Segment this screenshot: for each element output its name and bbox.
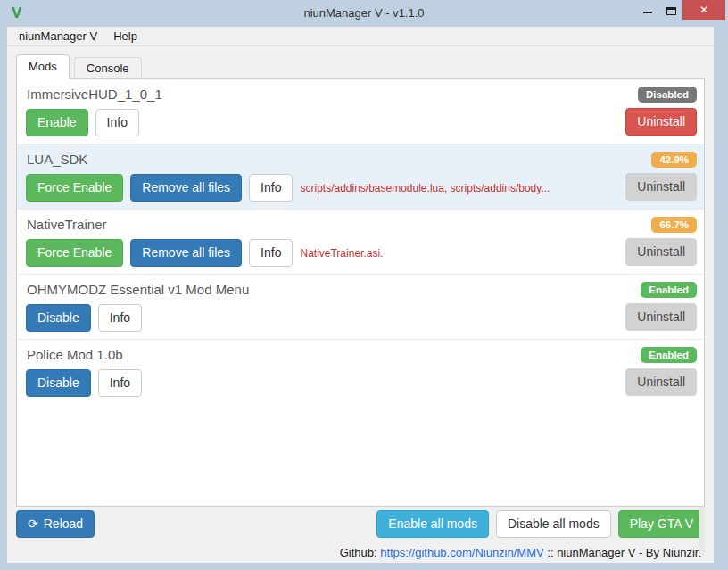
uninstall-button-disabled[interactable]: Uninstall bbox=[625, 303, 697, 331]
mod-name: Police Mod 1.0b bbox=[27, 347, 695, 362]
status-badge: Enabled bbox=[641, 347, 697, 363]
remove-all-files-button[interactable]: Remove all files bbox=[130, 239, 242, 267]
info-button[interactable]: Info bbox=[98, 304, 142, 332]
disable-button[interactable]: Disable bbox=[26, 369, 91, 397]
status-badge: Disabled bbox=[638, 87, 697, 103]
maximize-button[interactable] bbox=[659, 0, 682, 20]
info-button[interactable]: Info bbox=[95, 109, 139, 136]
minimize-button[interactable] bbox=[636, 0, 659, 20]
content: Mods Console ImmersiveHUD_1_0_1 Enable I… bbox=[7, 46, 714, 559]
status-badge: 42.9% bbox=[651, 152, 697, 168]
reload-label: Reload bbox=[44, 516, 83, 531]
uninstall-button[interactable]: Uninstall bbox=[625, 108, 697, 136]
status-badge: 66.7% bbox=[651, 217, 697, 233]
credits-text: :: niunManager V - By Niunzin bbox=[544, 546, 701, 559]
menubar: niunManager V Help bbox=[7, 27, 714, 46]
window-title: niunManager V - v1.1.0 bbox=[0, 6, 728, 20]
mod-name: NativeTrainer bbox=[27, 217, 695, 232]
uninstall-button-disabled[interactable]: Uninstall bbox=[625, 368, 697, 396]
info-button[interactable]: Info bbox=[249, 174, 293, 202]
conflicting-files-text: NativeTrainer.asi. bbox=[300, 247, 383, 260]
mod-row-immersivehud: ImmersiveHUD_1_0_1 Enable Info Disabled … bbox=[17, 79, 704, 145]
close-button[interactable]: ✕ bbox=[682, 0, 725, 20]
force-enable-button[interactable]: Force Enable bbox=[26, 174, 123, 202]
play-gta-v-button[interactable]: Play GTA V bbox=[618, 510, 705, 538]
mod-row-police-mod: Police Mod 1.0b Disable Info Enabled Uni… bbox=[17, 340, 704, 405]
maximize-icon bbox=[666, 7, 676, 15]
force-enable-button[interactable]: Force Enable bbox=[26, 239, 123, 267]
conflicting-files-text: scripts/addins/basemodule.lua, scripts/a… bbox=[300, 182, 550, 194]
window-controls: ✕ bbox=[636, 0, 725, 20]
enable-all-mods-button[interactable]: Enable all mods bbox=[376, 510, 489, 538]
mod-list-panel: ImmersiveHUD_1_0_1 Enable Info Disabled … bbox=[16, 78, 705, 507]
minimize-icon bbox=[643, 12, 652, 13]
disable-button[interactable]: Disable bbox=[26, 304, 91, 332]
menu-item-help[interactable]: Help bbox=[105, 28, 145, 45]
mod-name: OHMYMODZ Essential v1 Mod Menu bbox=[27, 282, 695, 297]
mod-name: LUA_SDK bbox=[27, 152, 695, 167]
mod-row-ohmymodz: OHMYMODZ Essential v1 Mod Menu Disable I… bbox=[17, 275, 704, 340]
status-line: Github: https://github.com/Niunzin/MMV :… bbox=[16, 546, 701, 559]
close-icon: ✕ bbox=[699, 4, 708, 16]
disable-all-mods-button[interactable]: Disable all mods bbox=[496, 510, 611, 538]
mod-name: ImmersiveHUD_1_0_1 bbox=[27, 87, 695, 102]
mod-row-lua-sdk: LUA_SDK Force Enable Remove all files In… bbox=[17, 145, 704, 210]
reload-button[interactable]: ⟳Reload bbox=[16, 510, 95, 538]
tab-bar: Mods Console bbox=[16, 54, 705, 78]
github-link[interactable]: https://github.com/Niunzin/MMV bbox=[380, 546, 544, 559]
status-badge: Enabled bbox=[641, 282, 697, 298]
github-prefix: Github: bbox=[340, 546, 381, 559]
tab-mods[interactable]: Mods bbox=[16, 54, 70, 79]
reload-icon: ⟳ bbox=[28, 516, 38, 533]
app-window: V niunManager V - v1.1.0 ✕ niunManager V… bbox=[0, 0, 728, 570]
tab-console[interactable]: Console bbox=[74, 57, 142, 78]
info-button[interactable]: Info bbox=[249, 239, 293, 267]
titlebar: V niunManager V - v1.1.0 ✕ bbox=[0, 0, 728, 27]
info-button[interactable]: Info bbox=[98, 369, 142, 397]
remove-all-files-button[interactable]: Remove all files bbox=[130, 174, 242, 202]
uninstall-button-disabled[interactable]: Uninstall bbox=[625, 173, 697, 201]
enable-button[interactable]: Enable bbox=[26, 109, 88, 136]
bottom-action-bar: ⟳Reload Enable all mods Disable all mods… bbox=[16, 510, 705, 538]
menu-item-niunmanager[interactable]: niunManager V bbox=[11, 28, 105, 45]
mod-row-nativetrainer: NativeTrainer Force Enable Remove all fi… bbox=[17, 210, 704, 275]
uninstall-button-disabled[interactable]: Uninstall bbox=[625, 238, 697, 266]
window-body: niunManager V Help Mods Console Immersiv… bbox=[7, 27, 714, 563]
